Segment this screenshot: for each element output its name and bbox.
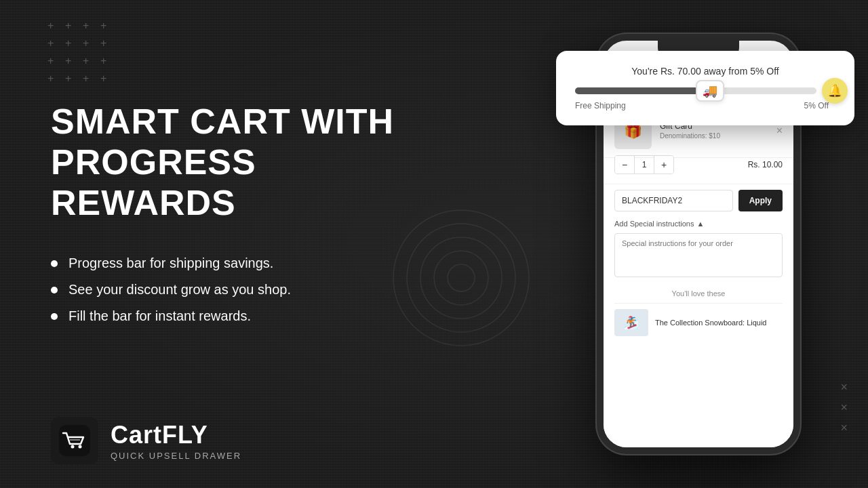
feature-list: Progress bar for shipping savings. See y… <box>51 256 431 324</box>
product-name: The Collection Snowboard: Liquid <box>655 319 767 327</box>
item-sub: Denominations: $10 <box>660 132 768 140</box>
recommendations-section: You'll love these 🏂 The Collection Snowb… <box>604 283 793 340</box>
list-item: Fill the bar for instant rewards. <box>51 308 431 324</box>
apply-button[interactable]: Apply <box>738 190 783 211</box>
x-mark-3: × <box>840 422 848 434</box>
progress-bar-fill <box>575 87 715 94</box>
svg-point-2 <box>420 237 502 319</box>
svg-point-6 <box>71 445 75 449</box>
progress-end-badge: 🔔 <box>822 78 848 104</box>
progress-labels: Free Shipping 5% Off <box>575 101 835 110</box>
page-title: SMART CART WITH PROGRESS REWARDS <box>51 102 431 223</box>
qty-price-row: − 1 + Rs. 10.00 <box>604 155 793 181</box>
svg-point-1 <box>407 224 515 332</box>
svg-rect-5 <box>59 425 90 456</box>
logo-name: CartFLY <box>111 421 241 449</box>
left-content-area: SMART CART WITH PROGRESS REWARDS Progres… <box>51 102 431 324</box>
decrease-qty-button[interactable]: − <box>615 156 634 174</box>
progress-bar: 🚚 <box>575 87 816 94</box>
decorative-plus-grid: ++++ ++++ ++++ ++++ <box>47 20 113 85</box>
x-mark-1: × <box>840 381 848 393</box>
phone-mockup: You're Rs. 70.00 away from 5% Off 🚚 🔔 Fr… <box>576 20 800 468</box>
bullet-dot <box>51 313 58 320</box>
add-instructions-toggle[interactable]: Add Special instructions ▲ <box>614 220 783 228</box>
list-item: Progress bar for shipping savings. <box>51 256 431 271</box>
svg-point-7 <box>79 445 82 449</box>
logo-tagline: QUICK UPSELL DRAWER <box>111 451 241 461</box>
item-price: Rs. 10.00 <box>748 160 783 169</box>
bullet-dot <box>51 260 58 267</box>
product-image: 🏂 <box>614 309 648 336</box>
qty-value: 1 <box>634 156 654 174</box>
x-marks-decoration: × × × <box>840 381 848 434</box>
label-free-shipping: Free Shipping <box>575 101 626 110</box>
svg-point-0 <box>393 210 529 346</box>
recommendations-title: You'll love these <box>614 289 783 298</box>
logo-text: CartFLY QUICK UPSELL DRAWER <box>111 421 241 461</box>
svg-point-4 <box>448 264 475 291</box>
reward-card: You're Rs. 70.00 away from 5% Off 🚚 🔔 Fr… <box>556 51 854 125</box>
reward-message: You're Rs. 70.00 away from 5% Off <box>575 66 835 77</box>
list-item: See your discount grow as you shop. <box>51 282 431 298</box>
cart-icon <box>58 424 92 458</box>
instructions-textarea[interactable] <box>614 233 783 277</box>
coupon-area: Apply <box>604 184 793 217</box>
coupon-input[interactable] <box>614 190 733 211</box>
logo-area: CartFLY QUICK UPSELL DRAWER <box>51 417 241 464</box>
progress-thumb: 🚚 <box>696 80 724 102</box>
x-mark-2: × <box>840 401 848 413</box>
close-icon[interactable]: × <box>776 125 783 137</box>
svg-point-3 <box>434 251 488 305</box>
bullet-dot <box>51 287 58 293</box>
special-instructions-area: Add Special instructions ▲ <box>604 217 793 283</box>
quantity-control: − 1 + <box>614 155 674 174</box>
logo-icon-box <box>51 417 98 464</box>
product-recommendation: 🏂 The Collection Snowboard: Liquid <box>614 303 783 336</box>
increase-qty-button[interactable]: + <box>654 156 673 174</box>
label-discount: 5% Off <box>804 101 829 110</box>
decorative-circle <box>387 203 536 352</box>
